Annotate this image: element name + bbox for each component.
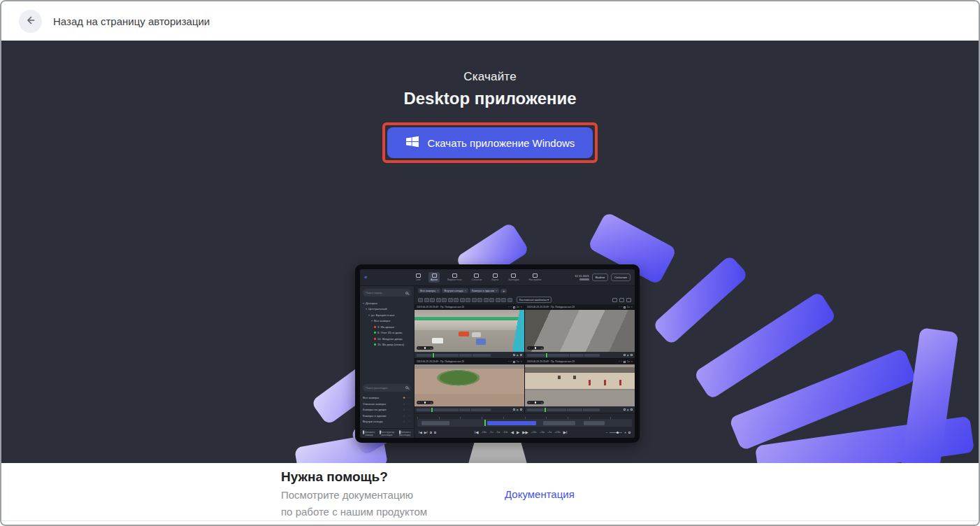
archive-icon (432, 273, 437, 278)
star-icon: ☆ (403, 420, 405, 423)
fullscreen-icon (628, 432, 630, 434)
refresh-icon (626, 298, 631, 302)
timeline-ruler (415, 413, 635, 419)
next-icon: › (511, 360, 512, 363)
more-icon: ··· (407, 396, 411, 399)
red-car (459, 332, 469, 336)
layout-template-icon (430, 298, 435, 302)
red-door (619, 380, 621, 385)
sidebar-bottom-buttons: Добавить камеру Конструктор раскладок До… (360, 428, 414, 438)
live-icon (416, 273, 421, 278)
play-icon: ▶ (517, 354, 519, 357)
camera-search-input: Поиск камер (363, 289, 411, 297)
vms-time (579, 278, 589, 280)
vms-toolbar: « Live Архив Видеостены События Карта За… (360, 269, 635, 286)
layout-templates-bar: Кастомные шаблоны ▾ (415, 295, 635, 304)
house-window (573, 376, 576, 379)
camera-feed-roundabout: −+ (415, 364, 524, 406)
vms-logout-button: Выйти (592, 273, 608, 281)
back-button[interactable] (19, 10, 42, 33)
timeline-selection (487, 421, 536, 425)
fit-screen-icon (612, 298, 617, 302)
windows-logo-icon (405, 135, 419, 150)
vms-nav-videowalls: Видеостены (445, 272, 463, 283)
blue-car (476, 339, 486, 345)
chevron-down-icon: ▾ (368, 313, 370, 317)
camera-item: 3. На крыше (363, 324, 411, 330)
edit-tools: I◀▶I (419, 431, 436, 434)
timeline-marker (484, 420, 486, 426)
layout-template-icon (424, 298, 429, 302)
page-title: Назад на страницу авторизации (53, 15, 210, 27)
expand-icon (624, 361, 626, 363)
monitor-stand (468, 443, 527, 463)
camera-cell-1: 2019.06.23 23:23:49 · Пр. Победоносная 2… (415, 304, 524, 358)
bookmarks-icon (511, 273, 516, 278)
camera-cell-4: 2019.06.23 23:23:49 · Пр. Победоносная 2… (525, 359, 635, 413)
vms-nav-settings: Настройки (527, 272, 544, 283)
snapshot-icon (624, 408, 626, 411)
vms-nav: Live Архив Видеостены События Карта Закл… (414, 272, 543, 283)
play-icon: ▶ (627, 354, 629, 357)
snapshot-icon (513, 408, 515, 411)
house-window (558, 376, 561, 379)
vms-main: Все камеры× Внутри склада× Камеры в здан… (415, 286, 635, 438)
red-door (604, 380, 606, 385)
layout-template-icon (472, 298, 477, 302)
master-timeline: I◀▶I I◀ -24ч -1ч -1м -10с ◀ ▶ ▶▶ (415, 413, 635, 438)
camera-feed-wet-street: −+ (525, 310, 635, 352)
documentation-link[interactable]: Документация (505, 488, 575, 500)
camera-feed-houses: −+ (525, 364, 635, 406)
zoom-knob (535, 347, 537, 349)
view-tools (612, 298, 631, 302)
help-text-line2: по работе с нашим продуктом (281, 506, 427, 518)
close-icon: × (631, 360, 633, 363)
search-icon (405, 386, 408, 389)
vms-nav-archive: Архив (428, 272, 440, 283)
breadcrumb-chip: Все камеры× (418, 288, 440, 293)
zoom-level: 1x (627, 360, 630, 363)
close-icon: × (631, 306, 633, 308)
prev-icon: ‹ (619, 360, 619, 363)
breadcrumb-chip: Камеры в здании× (470, 288, 499, 293)
videowall-icon (452, 273, 457, 278)
teal-object (513, 310, 524, 352)
breadcrumb: Все камеры× Внутри склада× Камеры в здан… (415, 286, 635, 295)
chevron-down-icon: ▾ (363, 301, 364, 305)
status-online-icon (374, 343, 376, 346)
more-icon: ··· (407, 414, 411, 418)
vms-sidebar: Поиск камер ▾Днепров ▾Центральный ▾ул. Б… (360, 286, 415, 438)
search-icon (405, 292, 408, 294)
close-icon: × (521, 306, 522, 308)
close-icon: × (521, 360, 522, 363)
export-icon (630, 354, 633, 356)
download-windows-button[interactable]: Скачать приложение Windows (387, 127, 593, 158)
vms-nav-live: Live (414, 272, 423, 283)
layout-template-icon (501, 298, 506, 302)
layout-template-icon (507, 298, 512, 302)
camera-item: 8. Угол 33-го дома (363, 330, 411, 336)
layout-list: Все камеры★··· Уличные камеры☆··· Камеры… (363, 395, 411, 425)
layout-constructor-button: Конструктор раскладок (378, 429, 396, 438)
zoom-knob (424, 347, 426, 349)
camera-timeline: ▶ (525, 406, 635, 413)
add-tab-button: + (500, 289, 507, 293)
play-icon: ▶ (517, 408, 519, 411)
events-icon (474, 273, 479, 278)
vms-body: Поиск камер ▾Днепров ▾Центральный ▾ул. Б… (360, 286, 635, 438)
layout-template-icon (489, 298, 494, 302)
monitor-icon (619, 298, 624, 302)
zoom-knob (424, 401, 426, 404)
vms-nav-events: События (470, 272, 484, 283)
camera-header: 2019.06.23 23:23:49 · Пр. Победоносная 2… (415, 359, 524, 364)
camera-grid: 2019.06.23 23:23:49 · Пр. Победоносная 2… (415, 304, 635, 413)
timeline-marker (433, 353, 434, 357)
top-bar: Назад на страницу авторизации (1, 1, 979, 41)
vms-events-button: События (611, 273, 630, 281)
download-button-label: Скачать приложение Windows (428, 137, 575, 149)
vms-nav-map: Карта (489, 272, 500, 283)
help-footer: Нужна помощь? Посмотрите документацию по… (1, 463, 979, 525)
layout-template-icon (436, 298, 441, 302)
hero-title: Desktop приложение (1, 89, 979, 108)
help-text-line1: Посмотрите документацию (281, 489, 413, 501)
